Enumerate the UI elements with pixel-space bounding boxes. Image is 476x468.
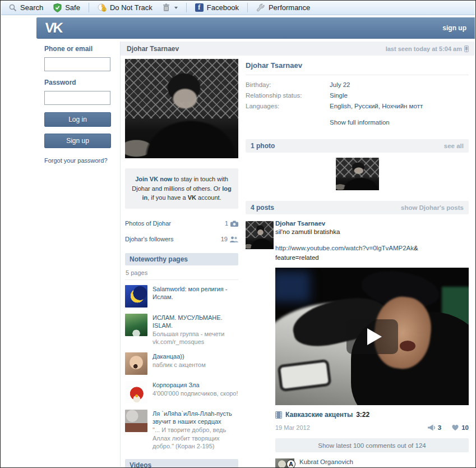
noteworthy-item-title[interactable]: Ля `иЛяhа`иЛля-Ллаh-пусть звучит в наших… (152, 410, 238, 426)
toolbar-separator (89, 3, 89, 12)
video-player-thumbnail[interactable] (275, 268, 469, 405)
show-djohars-posts-link[interactable]: show Djohar's posts (401, 204, 464, 211)
play-button[interactable] (346, 319, 398, 354)
video-caption: Кавказские акценты 3:22 (275, 411, 469, 419)
relationship-label: Relationship status: (246, 92, 330, 99)
toolbar-performance-button[interactable]: Performance (252, 2, 315, 13)
forgot-password-link[interactable]: Forgot your password? (44, 157, 108, 164)
birthday-row: Birthday: July 22 (246, 81, 469, 88)
comment: A Kubrat Organovich Антон, ну как хочешь (275, 458, 469, 468)
languages-value[interactable]: English, Русский, Нохчийн мотт (330, 103, 423, 109)
toolbar-search-button[interactable]: Search (4, 2, 48, 13)
followers-link[interactable]: Djohar's followers (125, 236, 173, 242)
noteworthy-item-dakantsaa[interactable]: Даканцаа)) паблик с акцентом (125, 347, 238, 376)
login-button[interactable]: Log in (44, 112, 111, 127)
profile-main-column: Djohar Tsarnaev Birthday: July 22 Relati… (246, 57, 469, 468)
comment-author-avatar[interactable]: A (275, 458, 294, 468)
show-full-information-link[interactable]: Show full information (330, 119, 390, 126)
followers-count: 19 (221, 236, 238, 242)
trash-icon (163, 3, 170, 12)
profile-name-heading: Djohar Tsarnaev (246, 57, 469, 75)
languages-row: Languages: English, Русский, Нохчийн мот… (246, 103, 469, 109)
noteworthy-item-subtitle: "... И творите добро, ведь Аллах любит т… (152, 426, 238, 450)
noteworthy-pages-count: 5 pages (125, 265, 238, 280)
password-field[interactable] (44, 91, 110, 105)
wrench-icon (256, 3, 265, 12)
photos-section-title[interactable]: 1 photo (251, 142, 275, 150)
crescent-moon-icon (125, 285, 147, 308)
noteworthy-item-title[interactable]: Корпорация Зла (152, 381, 238, 389)
mosque-icon (125, 314, 147, 336)
vk-logo[interactable]: VK (44, 20, 63, 36)
noteworthy-item-korporatsiya-zla[interactable]: Корпорация Зла 4'000'000 подписчиков, ск… (125, 376, 238, 405)
play-triangle-icon (367, 328, 382, 345)
relationship-value[interactable]: Single (330, 92, 348, 99)
toolbar-facebook-label: Facebook (207, 3, 239, 12)
languages-label: Languages: (246, 103, 330, 109)
noteworthy-item-title[interactable]: Salamworld: моя религия - Ислам. (152, 285, 238, 301)
videos-section-header[interactable]: Videos (125, 459, 238, 468)
join-vk-box: Join VK now to stay in touch with Djohar… (125, 168, 238, 209)
trash-dropdown-caret[interactable] (174, 7, 178, 9)
join-text: , if you have a (147, 194, 188, 201)
toolbar-safe-button[interactable]: Safe (49, 2, 85, 13)
noteworthy-item-title[interactable]: Даканцаа)) (152, 352, 206, 360)
noteworthy-item-salamworld[interactable]: Salamworld: моя религия - Ислам. (125, 280, 238, 309)
profile-photo[interactable] (125, 59, 238, 158)
toolbar-dnt-label: Do Not Track (110, 3, 152, 12)
header-signup-link[interactable]: sign up (442, 24, 466, 32)
share-action[interactable]: 3 (427, 424, 441, 431)
signup-button[interactable]: Sign up (44, 134, 111, 148)
toolbar-dnt-button[interactable]: 1 Do Not Track (93, 2, 157, 13)
video-title-link[interactable]: Кавказские акценты (285, 411, 353, 419)
photo-thumbnail[interactable] (336, 158, 379, 190)
toolbar-separator (186, 3, 187, 12)
anarchy-symbol-icon: A (286, 460, 295, 468)
noteworthy-item-subtitle: 4'000'000 подписчиков, скоро! (152, 389, 238, 397)
noteworthy-item-subtitle: паблик с акцентом (152, 361, 206, 369)
url-ampersand: & (414, 245, 418, 251)
photos-of-djohar-link[interactable]: Photos of Djohar (125, 220, 171, 227)
toolbar-facebook-button[interactable]: f Facebook (191, 2, 243, 13)
post-date[interactable]: 19 Mar 2012 (275, 424, 417, 431)
show-comments-button[interactable]: Show latest 100 comments out of 124 (275, 438, 469, 452)
photos-of-djohar-row[interactable]: Photos of Djohar 1 (125, 217, 238, 231)
noteworthy-item-lya-ilyaha[interactable]: Ля `иЛяhа`иЛля-Ллаh-пусть звучит в наших… (125, 405, 238, 451)
toolbar-trash-button[interactable] (158, 2, 182, 13)
profile-left-column: Join VK now to stay in touch with Djohar… (125, 59, 238, 468)
followers-count-number: 19 (221, 236, 228, 242)
followers-row[interactable]: Djohar's followers 19 (125, 232, 238, 246)
heart-like-icon (451, 424, 459, 431)
posts-section-title[interactable]: 4 posts (251, 204, 274, 212)
password-label: Password (44, 79, 112, 86)
photos-section-bar: 1 photo see all (246, 139, 469, 153)
birthday-label: Birthday: (246, 81, 330, 88)
wall-post: Djohar Tsarnaev sil'no zamutil bratishka… (246, 220, 469, 468)
join-vk-now-link[interactable]: Join VK now (135, 176, 172, 182)
post-meta-row: 19 Mar 2012 3 10 (275, 424, 469, 431)
like-count: 10 (461, 424, 469, 431)
post-author-name[interactable]: Djohar Tsarnaev (275, 220, 469, 227)
mobile-phone-icon (464, 45, 469, 52)
noteworthy-item-title[interactable]: ИСЛАМ. МУСУЛЬМАНЕ. ISLAM. (152, 314, 238, 330)
page-titlebar: Djohar Tsarnaev last seen today at 5:04 … (121, 42, 475, 56)
comment-author-name[interactable]: Kubrat Organovich (299, 458, 363, 465)
video-duration: 3:22 (356, 411, 369, 419)
birthday-value[interactable]: July 22 (330, 81, 350, 88)
login-sidebar: Phone or email Password Log in Sign up F… (44, 45, 112, 164)
like-action[interactable]: 10 (451, 424, 469, 431)
post-author-avatar[interactable] (246, 221, 274, 249)
toolbar-search-label: Search (20, 3, 43, 12)
shield-safe-icon (53, 3, 62, 12)
phone-email-field[interactable] (44, 57, 110, 71)
share-count: 3 (438, 424, 441, 431)
video-art-blue-patch (275, 271, 310, 302)
post-url: http://www.youtube.com/watch?v=0lgTvAMP2… (275, 244, 469, 262)
see-all-link[interactable]: see all (444, 143, 464, 149)
noteworthy-pages-header[interactable]: Noteworthy pages (125, 253, 238, 265)
phone-email-label: Phone or email (44, 45, 112, 53)
youtube-link[interactable]: http://www.youtube.com/watch?v=0lgTvAMP2… (275, 245, 414, 251)
ornament-collage-icon (125, 410, 147, 432)
last-seen-text: last seen today at 5:04 am (386, 45, 462, 52)
noteworthy-item-islam[interactable]: ИСЛАМ. МУСУЛЬМАНЕ. ISLAM. Большая группа… (125, 309, 238, 347)
